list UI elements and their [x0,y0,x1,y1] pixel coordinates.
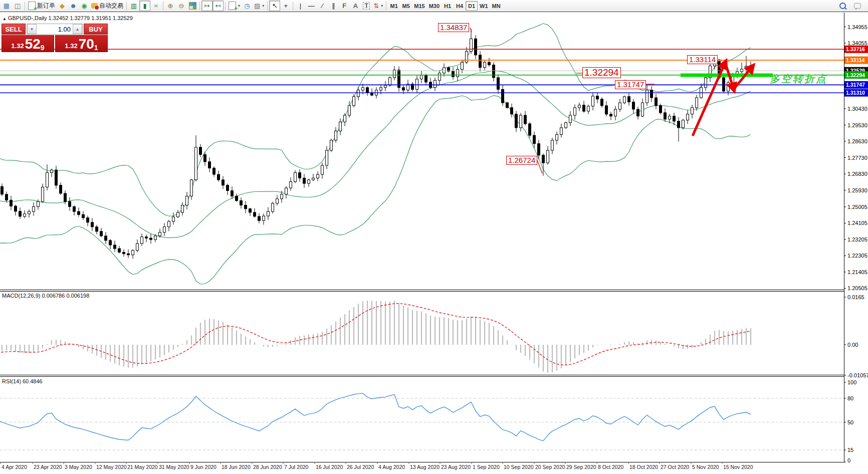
buy-price-small: 1.32 [65,42,77,50]
fibonacci-tool-button[interactable]: F [339,1,350,11]
chart-shift-icon: ↤ [215,3,221,9]
vline-tool-button[interactable]: | [295,1,306,11]
chat-button[interactable] [852,1,863,11]
tile-windows-button[interactable] [187,1,198,11]
channel-icon: ∥ [332,3,335,9]
line-chart-button[interactable]: ≈ [150,1,161,11]
svg-text:100: 100 [847,379,856,385]
bar-chart-icon: ▥ [131,3,137,9]
chart-canvas[interactable]: 1.349551.340551.304301.295301.286301.277… [0,0,868,474]
templates-button[interactable]: ▨▾ [253,1,266,11]
volume-input[interactable] [37,24,73,34]
zoom-in-button[interactable]: ⊕ [165,1,176,11]
annotation-turning-point[interactable]: 多空转折点 [770,72,827,86]
timeframe-group: M1M5M15M30H1H4D1W1MN [388,1,502,11]
candle-chart-button[interactable]: ▮ [139,1,150,11]
timeframe-m5[interactable]: M5 [400,1,412,11]
trendline-icon: ∕ [322,3,323,9]
svg-text:1.30430: 1.30430 [847,106,867,112]
cursor-tool-button[interactable]: ↖ [269,1,280,11]
macd-label: MACD(12,26,9) 0.006786 0.006198 [2,293,89,299]
svg-text:-0.010571: -0.010571 [847,372,868,378]
tile-windows-icon [189,2,196,10]
fibonacci-icon: F [342,3,346,9]
svg-text:4 Apr 2020: 4 Apr 2020 [2,464,27,470]
sell-price-panel[interactable]: 1.32529 [2,35,54,52]
community-button[interactable]: ☻ [68,1,79,11]
timeframe-m30[interactable]: M30 [427,1,442,11]
buy-button[interactable]: BUY [84,24,108,35]
svg-text:28 Jun 2020: 28 Jun 2020 [253,464,282,470]
svg-text:0.0165: 0.0165 [847,294,864,300]
crosshair-tool-button[interactable]: + [280,1,291,11]
auto-scroll-button[interactable]: ↦ [201,1,212,11]
svg-text:1 Sep 2020: 1 Sep 2020 [473,464,500,470]
new-order-label: 新订单 [37,2,55,10]
hline-tool-button[interactable]: — [306,1,317,11]
svg-text:0: 0 [847,457,850,463]
svg-text:1.27730: 1.27730 [847,155,867,161]
timeframe-h1[interactable]: H1 [442,1,454,11]
signals-button[interactable]: ◉ [79,1,90,11]
svg-text:3 May 2020: 3 May 2020 [65,464,92,470]
price-label-126724[interactable]: 1.26724 [506,156,537,165]
svg-text:1.25930: 1.25930 [847,187,867,193]
timeframe-w1[interactable]: W1 [478,1,490,11]
chart-svg[interactable]: 1.349551.340551.304301.295301.286301.277… [0,0,868,474]
new-order-button[interactable]: 新订单 [27,1,57,11]
buy-price-panel[interactable]: 1.32701 [55,35,108,52]
svg-text:1.34955: 1.34955 [847,24,867,30]
indicators-icon [229,2,236,10]
price-label-131747[interactable]: 1.31747 [615,80,646,89]
metaeditor-button[interactable]: ◆ [57,1,68,11]
svg-text:7 Jul 2020: 7 Jul 2020 [284,464,309,470]
chart-shift-button[interactable]: ↤ [212,1,224,11]
svg-text:1.33716: 1.33716 [846,46,865,52]
template-icon: ▨ [254,3,260,9]
timeframe-m1[interactable]: M1 [388,1,400,11]
new-chart-button[interactable]: ▦ [1,1,12,11]
svg-text:29 Sep 2020: 29 Sep 2020 [566,464,596,470]
zoom-in-icon: ⊕ [168,3,173,9]
price-label-133114[interactable]: 1.33114 [687,55,718,64]
search-icon [839,3,846,9]
bar-chart-button[interactable]: ▥ [128,1,139,11]
timeframe-d1[interactable]: D1 [466,1,478,11]
period-button[interactable]: ◷ [242,1,253,11]
zoom-out-button[interactable]: ⊖ [176,1,187,11]
one-click-trading-panel: SELL ▼ ▲ BUY 1.32529 1.32701 [2,24,108,52]
candle-chart-icon: ▮ [143,3,146,9]
indicators-button[interactable]: ▾ [227,1,242,11]
svg-text:1.31747: 1.31747 [846,82,865,88]
toolbar-separator [199,2,200,11]
profiles-button[interactable]: ◫ [12,1,23,11]
auto-scroll-icon: ↦ [204,3,210,9]
arrows-icon: ⇅ [373,3,379,9]
vertical-line-icon: | [300,3,301,9]
volume-increase-button[interactable]: ▲ [73,24,82,34]
trendline-tool-button[interactable]: ∕ [317,1,328,11]
sell-button[interactable]: SELL [2,24,26,35]
svg-text:23 Aug 2020: 23 Aug 2020 [441,464,471,470]
timeframe-m15[interactable]: M15 [412,1,426,11]
label-tool-button[interactable]: T [361,1,372,11]
text-tool-button[interactable]: A [350,1,361,11]
svg-text:80: 80 [847,395,853,401]
svg-text:50: 50 [847,419,853,425]
svg-text:18 Oct 2020: 18 Oct 2020 [629,464,658,470]
price-label-132294[interactable]: 1.32294 [582,67,621,78]
search-button[interactable] [837,1,848,11]
autotrade-button[interactable]: 自动交易 [90,1,125,11]
chevron-down-icon: ▾ [238,4,240,8]
svg-text:31 May 2020: 31 May 2020 [159,464,189,470]
toolbar-separator [163,2,163,11]
price-label-134837[interactable]: 1.34837 [438,23,469,32]
svg-text:1.25005: 1.25005 [847,204,867,210]
volume-decrease-button[interactable]: ▼ [27,24,37,34]
arrows-tool-button[interactable]: ⇅▾ [372,1,384,11]
timeframe-mn[interactable]: MN [490,1,503,11]
channel-tool-button[interactable]: ∥ [328,1,339,11]
chart-profile-icon: ◫ [15,3,21,9]
timeframe-h4[interactable]: H4 [454,1,466,11]
cursor-icon: ↖ [272,3,278,9]
